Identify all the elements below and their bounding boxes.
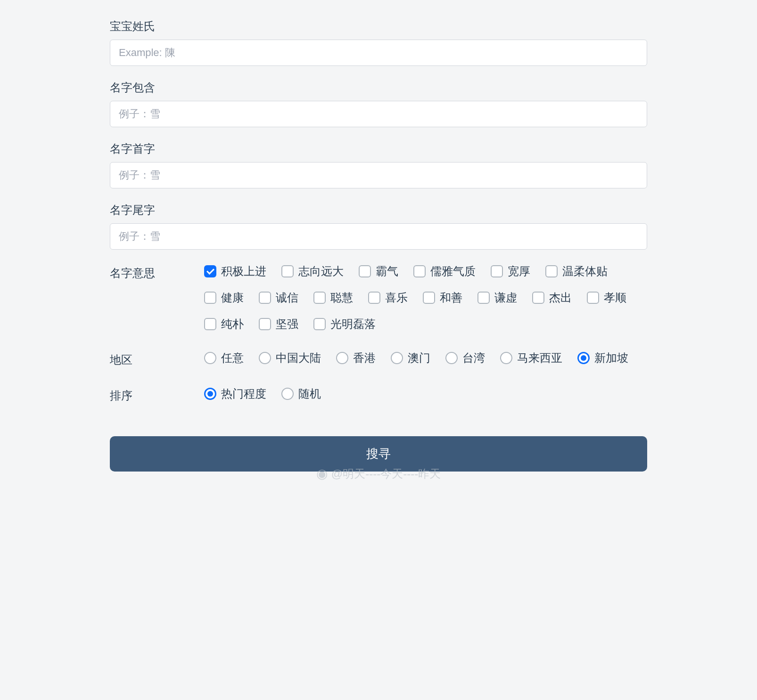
option-label: 和善 [440, 290, 462, 305]
checkbox-option[interactable]: 谦虚 [477, 290, 517, 305]
radio-option[interactable]: 热门程度 [204, 386, 266, 401]
checkbox-option[interactable]: 志向远大 [281, 264, 344, 279]
radio-icon[interactable] [336, 352, 348, 364]
option-label: 任意 [221, 350, 244, 366]
radio-option[interactable]: 马来西亚 [500, 350, 562, 366]
checkbox-icon[interactable] [359, 265, 371, 277]
first-char-input[interactable] [110, 162, 647, 188]
option-label: 随机 [298, 386, 321, 401]
region-options: 任意中国大陆香港澳门台湾马来西亚新加坡 [204, 350, 647, 366]
radio-option[interactable]: 澳门 [391, 350, 430, 366]
radio-option[interactable]: 任意 [204, 350, 244, 366]
option-label: 志向远大 [298, 264, 344, 279]
last-char-field-group: 名字尾字 [110, 203, 647, 250]
watermark: ◉ @明天----今天----昨天 [110, 466, 647, 481]
last-char-label: 名字尾字 [110, 203, 647, 218]
option-label: 霸气 [376, 264, 398, 279]
contains-field-group: 名字包含 [110, 80, 647, 127]
radio-icon[interactable] [577, 352, 590, 364]
option-label: 孝顺 [604, 290, 626, 305]
option-label: 儒雅气质 [430, 264, 476, 279]
surname-input[interactable] [110, 40, 647, 66]
radio-option[interactable]: 新加坡 [577, 350, 628, 366]
radio-option[interactable]: 随机 [281, 386, 321, 401]
region-label: 地区 [110, 350, 204, 367]
checkbox-option[interactable]: 坚强 [259, 317, 298, 332]
surname-field-group: 宝宝姓氏 [110, 19, 647, 66]
option-label: 积极上进 [221, 264, 266, 279]
option-label: 谦虚 [494, 290, 517, 305]
checkbox-icon[interactable] [204, 265, 216, 277]
option-label: 台湾 [462, 350, 485, 366]
option-label: 温柔体贴 [562, 264, 608, 279]
option-label: 中国大陆 [276, 350, 321, 366]
checkbox-icon[interactable] [423, 292, 435, 304]
radio-option[interactable]: 中国大陆 [259, 350, 321, 366]
weibo-icon: ◉ [316, 466, 328, 481]
checkbox-option[interactable]: 孝顺 [587, 290, 626, 305]
radio-icon[interactable] [204, 352, 216, 364]
checkbox-icon[interactable] [259, 318, 271, 330]
checkbox-option[interactable]: 光明磊落 [313, 317, 376, 332]
radio-icon[interactable] [281, 388, 294, 400]
checkbox-option[interactable]: 聪慧 [313, 290, 353, 305]
checkbox-icon[interactable] [368, 292, 380, 304]
radio-icon[interactable] [204, 388, 216, 400]
checkbox-icon[interactable] [587, 292, 599, 304]
option-label: 坚强 [276, 317, 298, 332]
checkbox-option[interactable]: 喜乐 [368, 290, 408, 305]
checkbox-option[interactable]: 纯朴 [204, 317, 244, 332]
option-label: 澳门 [408, 350, 430, 366]
contains-label: 名字包含 [110, 80, 647, 95]
checkbox-icon[interactable] [204, 318, 216, 330]
radio-icon[interactable] [391, 352, 403, 364]
checkbox-option[interactable]: 宽厚 [491, 264, 530, 279]
checkbox-icon[interactable] [545, 265, 558, 277]
checkbox-option[interactable]: 儒雅气质 [413, 264, 476, 279]
contains-input[interactable] [110, 101, 647, 127]
checkbox-option[interactable]: 积极上进 [204, 264, 266, 279]
checkbox-icon[interactable] [477, 292, 490, 304]
option-label: 热门程度 [221, 386, 266, 401]
checkbox-option[interactable]: 诚信 [259, 290, 298, 305]
sort-options: 热门程度随机 [204, 386, 647, 401]
first-char-field-group: 名字首字 [110, 141, 647, 188]
option-label: 香港 [353, 350, 376, 366]
checkbox-option[interactable]: 和善 [423, 290, 462, 305]
checkbox-icon[interactable] [281, 265, 294, 277]
option-label: 喜乐 [385, 290, 408, 305]
sort-group: 排序 热门程度随机 [110, 386, 647, 403]
option-label: 光明磊落 [330, 317, 376, 332]
checkbox-icon[interactable] [491, 265, 503, 277]
option-label: 诚信 [276, 290, 298, 305]
checkbox-option[interactable]: 温柔体贴 [545, 264, 608, 279]
option-label: 宽厚 [508, 264, 530, 279]
meaning-group: 名字意思 积极上进志向远大霸气儒雅气质宽厚温柔体贴健康诚信聪慧喜乐和善谦虚杰出孝… [110, 264, 647, 332]
option-label: 杰出 [549, 290, 572, 305]
radio-option[interactable]: 台湾 [445, 350, 485, 366]
watermark-text: @明天----今天----昨天 [331, 466, 441, 481]
last-char-input[interactable] [110, 223, 647, 250]
surname-label: 宝宝姓氏 [110, 19, 647, 34]
first-char-label: 名字首字 [110, 141, 647, 156]
checkbox-icon[interactable] [313, 292, 326, 304]
checkbox-option[interactable]: 霸气 [359, 264, 398, 279]
radio-icon[interactable] [500, 352, 512, 364]
checkbox-icon[interactable] [259, 292, 271, 304]
radio-icon[interactable] [445, 352, 458, 364]
option-label: 聪慧 [330, 290, 353, 305]
option-label: 新加坡 [594, 350, 628, 366]
meaning-label: 名字意思 [110, 264, 204, 281]
checkbox-icon[interactable] [313, 318, 326, 330]
checkbox-icon[interactable] [204, 292, 216, 304]
region-group: 地区 任意中国大陆香港澳门台湾马来西亚新加坡 [110, 350, 647, 367]
option-label: 纯朴 [221, 317, 244, 332]
radio-option[interactable]: 香港 [336, 350, 376, 366]
sort-label: 排序 [110, 386, 204, 403]
checkbox-icon[interactable] [413, 265, 426, 277]
checkbox-option[interactable]: 健康 [204, 290, 244, 305]
radio-icon[interactable] [259, 352, 271, 364]
checkbox-option[interactable]: 杰出 [532, 290, 572, 305]
option-label: 马来西亚 [517, 350, 562, 366]
checkbox-icon[interactable] [532, 292, 544, 304]
